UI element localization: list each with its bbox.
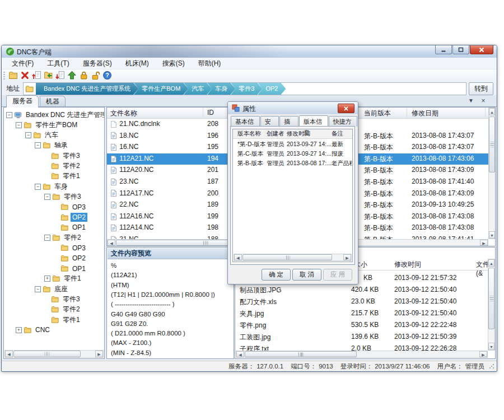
tabstrip-dropdown-icon[interactable] xyxy=(466,96,475,105)
attachment-row[interactable]: 配刀文件.xls23.0 KB2013-09-12 21:50:40 xyxy=(235,296,488,307)
tree-node[interactable]: −底座 xyxy=(35,284,69,294)
help-button[interactable]: ? xyxy=(101,70,113,81)
tree-node[interactable]: 零件2 xyxy=(44,305,82,315)
tree-node-label[interactable]: OP2 xyxy=(71,213,87,222)
toolbar-grip[interactable] xyxy=(3,72,5,80)
tree-node-label[interactable]: OP3 xyxy=(71,244,87,253)
ok-button[interactable]: 确 定 xyxy=(262,269,291,281)
tree-node-label[interactable]: CNC xyxy=(34,325,52,334)
menu-help[interactable]: 帮助(H) xyxy=(192,58,228,69)
cancel-button[interactable]: 取 消 xyxy=(292,269,321,281)
tree-node[interactable]: −零件生产BOM xyxy=(16,120,79,130)
dialog-col-1[interactable]: 创建者 xyxy=(267,130,284,138)
version-table-header[interactable]: 版本名称创建者修改时间备注 xyxy=(233,129,352,139)
tree-node-label[interactable]: 零件生产BOM xyxy=(34,120,79,130)
tree-node[interactable]: −零件2 xyxy=(44,233,83,243)
resize-grip[interactable] xyxy=(489,363,494,369)
upload-button[interactable] xyxy=(66,70,78,81)
attachment-vscrollbar[interactable] xyxy=(488,259,495,351)
menu-tools[interactable]: 工具(T) xyxy=(40,58,76,69)
menu-file[interactable]: 文件(F) xyxy=(5,58,40,69)
breadcrumb-item-1[interactable]: 零件生产BOM xyxy=(134,83,188,95)
tree-node-label[interactable]: 零件3 xyxy=(62,192,83,202)
unlock-button[interactable] xyxy=(90,70,101,81)
col-modified-date[interactable]: 修改日期 xyxy=(412,109,438,118)
delete-button[interactable] xyxy=(19,70,31,81)
tree-expander[interactable]: − xyxy=(16,122,22,128)
new-folder-button[interactable] xyxy=(7,70,19,81)
tree-node[interactable]: OP1 xyxy=(54,264,87,274)
col-time[interactable]: 修改时间 xyxy=(394,260,421,269)
tabstrip-close-icon[interactable]: × xyxy=(479,96,488,105)
dialog-col-3[interactable]: 备注 xyxy=(332,130,343,138)
attachment-row[interactable]: 制品顶图.JPG420.4 KB2013-09-12 21:50:40 xyxy=(235,284,488,296)
tree-node-label[interactable]: 零件2 xyxy=(61,304,82,315)
export-folder-button[interactable] xyxy=(43,70,54,81)
dialog-version-row[interactable]: 第-C-版本管理员2013-09-27 14:...报废 xyxy=(233,150,352,160)
tab-server[interactable]: 服务器 xyxy=(6,95,39,108)
tree-node-label[interactable]: 汽车 xyxy=(43,130,60,141)
tree-node[interactable]: OP3 xyxy=(54,202,87,212)
minimize-button[interactable] xyxy=(435,45,452,54)
tree-node-label[interactable]: 零件1 xyxy=(61,315,82,325)
col-file-name[interactable]: 文件名称 xyxy=(110,109,137,118)
tree-node[interactable]: −汽车 xyxy=(25,130,60,141)
tree-node[interactable]: OP1 xyxy=(54,222,87,232)
tree-expander[interactable]: − xyxy=(44,235,50,241)
col-current-version[interactable]: 当前版本 xyxy=(364,109,391,118)
tree-node[interactable]: +CNC xyxy=(16,325,52,335)
tree-node-label[interactable]: 底座 xyxy=(53,284,69,295)
attachment-row[interactable]: 夹具.jpg215.7 KB2013-09-12 21:50:40 xyxy=(235,307,488,319)
tree-expander[interactable]: − xyxy=(25,132,31,138)
address-input[interactable]: Bandex DNC 先进生产管理系统零件生产BOM汽车车身零件3OP2 xyxy=(23,82,466,95)
tree-node-label[interactable]: 零件2 xyxy=(62,232,83,243)
tree-expander[interactable]: − xyxy=(35,184,41,190)
tree-node-label[interactable]: 轴承 xyxy=(53,140,69,151)
col-file-id[interactable]: ID xyxy=(207,109,214,116)
dialog-tab-0[interactable]: 基本信息 xyxy=(231,116,260,127)
tree-node-label[interactable]: Bandex DNC 先进生产管理系统 xyxy=(24,110,105,120)
tree-node[interactable]: 零件1 xyxy=(44,315,82,325)
go-button[interactable]: 转到 xyxy=(469,82,493,95)
checkin-file-button[interactable] xyxy=(31,70,43,81)
dialog-tab-3[interactable]: 版本信息 xyxy=(299,115,328,126)
tree-node[interactable]: 零件3 xyxy=(44,294,82,304)
tree-expander[interactable]: − xyxy=(6,112,12,118)
tree-node[interactable]: +零件1 xyxy=(44,274,83,284)
lock-button[interactable] xyxy=(78,70,90,81)
tree-expander[interactable]: + xyxy=(44,276,50,282)
tree-node[interactable]: 零件1 xyxy=(44,171,82,181)
tree-node[interactable]: −零件3 xyxy=(44,192,83,202)
tree-node-label[interactable]: 零件1 xyxy=(61,171,82,181)
tree-node[interactable]: OP3 xyxy=(54,243,87,253)
tree-expander[interactable]: + xyxy=(16,327,22,333)
file-list-vscrollbar[interactable] xyxy=(488,108,496,239)
attachment-row[interactable]: 零件.png530.5 KB2013-09-12 22:22:48 xyxy=(235,319,488,331)
tree-node-label[interactable]: 车身 xyxy=(53,181,69,192)
menu-machine[interactable]: 机床(M) xyxy=(119,58,156,69)
tree-node[interactable]: −轴承 xyxy=(35,141,69,151)
dialog-tab-1[interactable]: 安全 xyxy=(260,116,279,127)
menu-search[interactable]: 搜索(S) xyxy=(156,58,192,69)
titlebar[interactable]: DNC客户端 xyxy=(2,45,497,58)
tree-node-label[interactable]: 零件1 xyxy=(62,273,83,284)
attachment-row[interactable]: 工装图.jpg139.6 KB2013-09-12 21:50:39 xyxy=(235,331,488,343)
dialog-tab-4[interactable]: 快捷方式 xyxy=(329,116,358,127)
tree-node-label[interactable]: OP1 xyxy=(71,264,87,273)
dialog-col-0[interactable]: 版本名称 xyxy=(237,130,261,138)
breadcrumb-item-0[interactable]: Bandex DNC 先进生产管理系统 xyxy=(36,83,138,95)
tree-hscrollbar[interactable] xyxy=(4,350,104,358)
tree-node[interactable]: OP2 xyxy=(54,253,87,263)
dialog-close-button[interactable] xyxy=(338,104,354,113)
tree-node[interactable]: 零件3 xyxy=(44,151,82,161)
tab-machine[interactable]: 机器 xyxy=(40,96,66,106)
tree-expander[interactable]: − xyxy=(35,142,41,148)
dialog-titlebar[interactable]: 属性 xyxy=(228,102,358,114)
tree-node-label[interactable]: 零件3 xyxy=(61,151,82,161)
tree-node-label[interactable]: 零件3 xyxy=(61,294,82,305)
dialog-version-row[interactable]: *第-D-版本管理员2013-09-27 14:...最新 xyxy=(233,141,352,150)
tree-expander[interactable]: − xyxy=(44,194,50,200)
attachment-hscrollbar[interactable] xyxy=(236,351,488,358)
tree-node-label[interactable]: OP1 xyxy=(71,223,87,232)
tree-node-label[interactable]: OP2 xyxy=(71,254,87,263)
